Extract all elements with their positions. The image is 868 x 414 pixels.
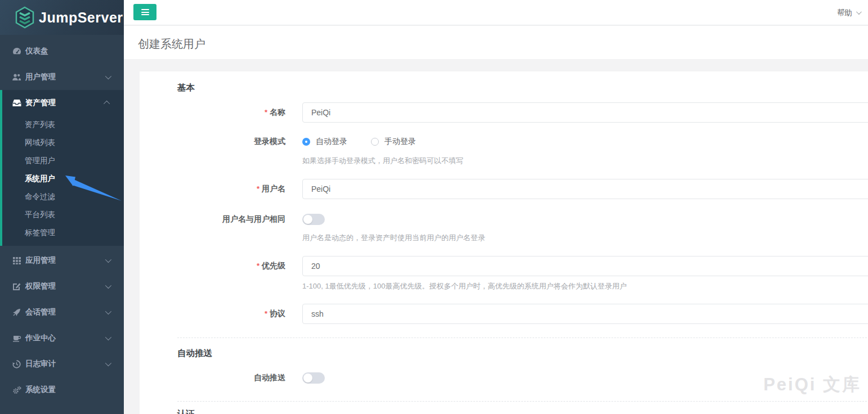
name-label: *名称 — [140, 107, 285, 118]
sidebar-item-label: 权限管理 — [25, 281, 56, 291]
sidebar-item-label: 用户管理 — [25, 72, 56, 82]
required-mark: * — [257, 262, 259, 270]
auto-push-label: 自动推送 — [140, 373, 285, 383]
form-row-priority: *优先级 — [140, 256, 868, 276]
toggle-knob — [303, 374, 312, 382]
form-row-protocol: *协议 — [140, 304, 868, 324]
title-bar: 创建系统用户 — [124, 26, 868, 59]
chevron-down-icon — [105, 360, 111, 366]
toggle-knob — [303, 215, 312, 224]
username-same-hint: 用户名是动态的，登录资产时使用当前用户的用户名登录 — [302, 233, 485, 243]
login-mode-manual-radio[interactable]: 手动登录 — [371, 137, 416, 147]
login-mode-auto-radio[interactable]: 自动登录 — [302, 137, 347, 147]
settings-gears-icon — [12, 385, 21, 394]
username-input[interactable] — [302, 179, 868, 199]
sidebar-subitem-domain-list[interactable]: 网域列表 — [2, 134, 124, 152]
chevron-down-icon — [105, 308, 111, 314]
form-row-name: *名称 — [140, 102, 868, 123]
protocol-label: *协议 — [140, 309, 285, 319]
sidebar-item-settings[interactable]: 系统设置 — [0, 377, 124, 403]
main-content: 帮助 创建系统用户 基本 *名称 登录模式 自动登录 手动登录 — [124, 0, 868, 414]
permissions-edit-icon — [12, 282, 21, 291]
chevron-down-icon — [105, 282, 111, 289]
sidebar-item-applications[interactable]: 应用管理 — [0, 248, 124, 273]
help-menu[interactable]: 帮助 — [837, 0, 860, 25]
section-divider — [177, 401, 867, 402]
sidebar-item-label: 资产管理 — [25, 98, 56, 108]
login-mode-hint: 如果选择手动登录模式，用户名和密码可以不填写 — [302, 156, 463, 166]
priority-label: *优先级 — [140, 261, 285, 271]
sidebar-item-assets[interactable]: 资产管理 — [2, 90, 124, 116]
protocol-input[interactable] — [302, 304, 868, 324]
chevron-up-icon — [104, 101, 110, 107]
sidebar-item-label: 会话管理 — [25, 307, 56, 317]
sidebar-item-label: 系统设置 — [25, 385, 56, 395]
section-divider — [177, 338, 867, 338]
sidebar-item-label: 仪表盘 — [25, 46, 48, 56]
form-card: 基本 *名称 登录模式 自动登录 手动登录 如果选择手动登录模式，用户名和密码可… — [140, 71, 868, 414]
jumpserver-logo-icon — [15, 6, 35, 29]
sidebar-group-assets: 资产管理 资产列表 网域列表 管理用户 系统用户 命令过滤 平台列表 标签管理 — [0, 90, 124, 246]
required-mark: * — [257, 184, 259, 193]
section-auto-push: 自动推送 — [177, 348, 212, 359]
sidebar-item-label: 应用管理 — [25, 255, 56, 266]
login-mode-label: 登录模式 — [140, 137, 285, 147]
sidebar-item-dashboard[interactable]: 仪表盘 — [0, 38, 124, 64]
sidebar-subitem-platform-list[interactable]: 平台列表 — [2, 206, 124, 224]
priority-input[interactable] — [302, 256, 868, 276]
watermark: PeiQi 文库 — [763, 373, 861, 397]
sidebar: JumpServer 仪表盘 用户管理 资产管理 资产列表 网域列表 管理用户 … — [0, 0, 124, 414]
dashboard-icon — [12, 47, 21, 56]
required-mark: * — [265, 108, 267, 116]
sidebar-item-label: 日志审计 — [25, 359, 56, 369]
auto-push-toggle[interactable] — [302, 372, 325, 384]
logo-text: JumpServer — [39, 10, 123, 26]
chevron-down-icon — [105, 334, 111, 340]
sidebar-item-label: 作业中心 — [25, 333, 56, 343]
section-auth: 认证 — [177, 408, 195, 414]
form-row-auto-push: 自动推送 — [140, 372, 868, 384]
name-input[interactable] — [302, 102, 868, 123]
sidebar-item-jobs[interactable]: 作业中心 — [0, 325, 124, 351]
chevron-down-icon — [105, 73, 111, 79]
topbar: 帮助 — [124, 0, 868, 25]
sidebar-item-users[interactable]: 用户管理 — [0, 64, 124, 90]
form-row-username: *用户名 — [140, 179, 868, 199]
chevron-down-icon — [105, 256, 111, 263]
sidebar-subitem-admin-user[interactable]: 管理用户 — [2, 152, 124, 170]
menu-toggle-button[interactable] — [133, 4, 156, 20]
sidebar-item-audits[interactable]: 日志审计 — [0, 351, 124, 377]
chevron-down-icon — [856, 9, 862, 15]
hamburger-icon — [141, 9, 149, 10]
sidebar-subitem-system-user[interactable]: 系统用户 — [2, 170, 124, 188]
sidebar-subitem-label-manage[interactable]: 标签管理 — [2, 224, 124, 242]
radio-unselected-icon — [371, 138, 379, 146]
form-row-username-same: 用户名与用户相同 — [140, 214, 868, 225]
section-basic: 基本 — [177, 82, 195, 94]
logo[interactable]: JumpServer — [0, 0, 124, 35]
sidebar-subitem-command-filter[interactable]: 命令过滤 — [2, 188, 124, 206]
jobs-coffee-icon — [12, 334, 21, 343]
help-label: 帮助 — [837, 8, 852, 18]
assets-icon — [12, 98, 21, 107]
sidebar-item-sessions[interactable]: 会话管理 — [0, 299, 124, 325]
apps-grid-icon — [12, 256, 21, 265]
username-label: *用户名 — [140, 184, 285, 194]
username-same-toggle[interactable] — [302, 214, 325, 225]
users-icon — [12, 73, 21, 82]
sidebar-item-permissions[interactable]: 权限管理 — [0, 273, 124, 299]
logs-history-icon — [12, 359, 21, 368]
username-same-label: 用户名与用户相同 — [140, 214, 285, 224]
radio-selected-icon — [302, 138, 310, 146]
required-mark: * — [265, 309, 267, 318]
priority-hint: 1-100, 1最低优先级，100最高优先级。授权多个用户时，高优先级的系统用户… — [302, 281, 627, 291]
page-title: 创建系统用户 — [138, 37, 868, 52]
form-row-login-mode: 登录模式 自动登录 手动登录 — [140, 136, 868, 147]
sidebar-subitem-asset-list[interactable]: 资产列表 — [2, 116, 124, 134]
sessions-rocket-icon — [12, 308, 21, 317]
